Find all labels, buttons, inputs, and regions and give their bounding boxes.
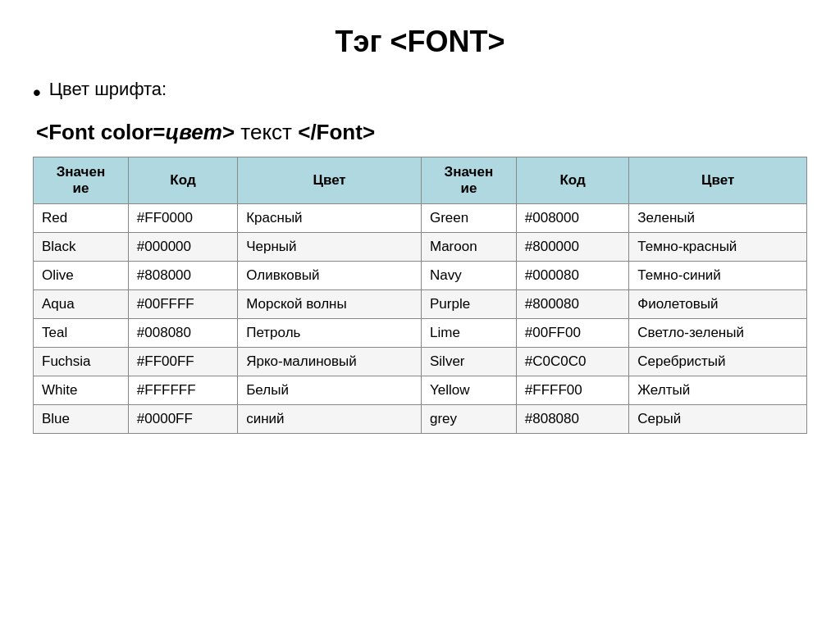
table-cell: Ярко-малиновый — [238, 347, 422, 376]
table-cell: Green — [421, 203, 516, 232]
table-cell: Aqua — [34, 289, 129, 318]
table-cell: Red — [34, 203, 129, 232]
header-color1: Цвет — [238, 157, 422, 203]
table-cell: Yellow — [421, 376, 516, 404]
table-row: Blue#0000FFсинийgrey#808080Серый — [34, 404, 807, 433]
table-cell: Maroon — [421, 232, 516, 261]
table-cell: Зеленый — [629, 203, 807, 232]
table-cell: Black — [34, 232, 129, 261]
page-title: Тэг <FONT> — [33, 25, 807, 59]
table-cell: Желтый — [629, 376, 807, 404]
table-cell: Teal — [34, 318, 129, 347]
table-cell: #0000FF — [128, 404, 237, 433]
table-row: Black#000000ЧерныйMaroon#800000Темно-кра… — [34, 232, 807, 261]
table-cell: Olive — [34, 261, 129, 289]
table-cell: Красный — [238, 203, 422, 232]
table-cell: grey — [421, 404, 516, 433]
table-cell: Серебристый — [629, 347, 807, 376]
table-cell: Фиолетовый — [629, 289, 807, 318]
table-cell: Navy — [421, 261, 516, 289]
table-cell: Белый — [238, 376, 422, 404]
table-cell: #008000 — [516, 203, 629, 232]
bullet-intro: • Цвет шрифта: — [33, 79, 807, 107]
table-cell: Purple — [421, 289, 516, 318]
table-row: White#FFFFFFБелыйYellow#FFFF00Желтый — [34, 376, 807, 404]
code-end-part: </Font> — [298, 120, 375, 144]
table-cell: #800080 — [516, 289, 629, 318]
table-cell: #008080 — [128, 318, 237, 347]
table-row: Teal#008080ПетрольLime#00FF00Светло-зеле… — [34, 318, 807, 347]
header-value1: Значение — [34, 157, 129, 203]
table-header-row: Значение Код Цвет Значение Код Цвет — [34, 157, 807, 203]
header-code2: Код — [516, 157, 629, 203]
table-cell: #000080 — [516, 261, 629, 289]
code-example: <Font color=цвет> текст </Font> — [36, 120, 807, 145]
table-cell: Серый — [629, 404, 807, 433]
table-cell: #808000 — [128, 261, 237, 289]
table-cell: #FF00FF — [128, 347, 237, 376]
table-cell: Silver — [421, 347, 516, 376]
table-cell: White — [34, 376, 129, 404]
table-cell: Оливковый — [238, 261, 422, 289]
table-row: Red#FF0000КрасныйGreen#008000Зеленый — [34, 203, 807, 232]
table-row: Aqua#00FFFFМорской волныPurple#800080Фио… — [34, 289, 807, 318]
header-code1: Код — [128, 157, 237, 203]
table-cell: Морской волны — [238, 289, 422, 318]
table-cell: #FFFF00 — [516, 376, 629, 404]
table-cell: #00FF00 — [516, 318, 629, 347]
color-table: Значение Код Цвет Значение Код Цвет Red#… — [33, 157, 807, 434]
table-row: Fuchsia#FF00FFЯрко-малиновыйSilver#C0C0C… — [34, 347, 807, 376]
bullet-dot: • — [33, 79, 41, 107]
table-cell: #FF0000 — [128, 203, 237, 232]
code-bold-part: <Font color=цвет> — [36, 120, 235, 144]
table-cell: Fuchsia — [34, 347, 129, 376]
table-cell: Петроль — [238, 318, 422, 347]
table-cell: #FFFFFF — [128, 376, 237, 404]
table-cell: Черный — [238, 232, 422, 261]
table-cell: Blue — [34, 404, 129, 433]
header-value2: Значение — [421, 157, 516, 203]
header-color2: Цвет — [629, 157, 807, 203]
table-row: Olive#808000ОливковыйNavy#000080Темно-си… — [34, 261, 807, 289]
table-cell: #808080 — [516, 404, 629, 433]
table-cell: #C0C0C0 — [516, 347, 629, 376]
table-cell: #00FFFF — [128, 289, 237, 318]
table-cell: #000000 — [128, 232, 237, 261]
table-cell: #800000 — [516, 232, 629, 261]
table-cell: Светло-зеленый — [629, 318, 807, 347]
table-cell: Темно-красный — [629, 232, 807, 261]
code-middle: текст — [235, 120, 298, 144]
table-cell: Lime — [421, 318, 516, 347]
table-cell: Темно-синий — [629, 261, 807, 289]
bullet-label: Цвет шрифта: — [49, 79, 167, 100]
table-cell: синий — [238, 404, 422, 433]
